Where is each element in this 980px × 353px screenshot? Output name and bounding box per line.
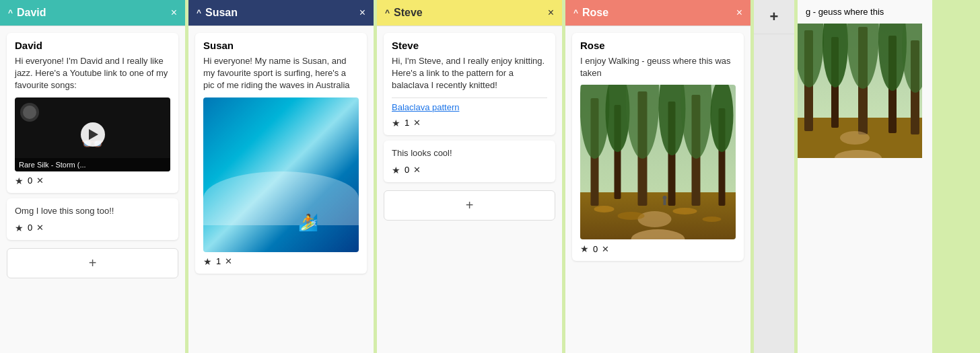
delete-icon-steve-comment[interactable]: ✕ bbox=[413, 165, 421, 175]
column-header-david: ^ David × bbox=[0, 0, 185, 26]
vote-row-david-comment: ★ 0 ✕ bbox=[15, 223, 170, 233]
svg-point-16 bbox=[594, 206, 615, 212]
caret-steve: ^ bbox=[385, 8, 390, 17]
close-button-steve[interactable]: × bbox=[548, 7, 554, 18]
card-body-steve: Hi, I'm Steve, and I really enjoy knitti… bbox=[392, 55, 547, 92]
add-card-button-steve[interactable]: + bbox=[384, 190, 555, 221]
column-title-rose: Rose bbox=[582, 7, 608, 19]
close-button-david[interactable]: × bbox=[171, 7, 177, 18]
column-body-susan: Susan Hi everyone! My name is Susan, and… bbox=[188, 26, 374, 353]
star-icon-steve[interactable]: ★ bbox=[392, 118, 400, 128]
delete-icon-david-comment[interactable]: ✕ bbox=[36, 223, 44, 233]
svg-point-15 bbox=[638, 211, 672, 227]
board: ^ David × David Hi everyone! I'm David a… bbox=[0, 0, 980, 353]
column-david: ^ David × David Hi everyone! I'm David a… bbox=[0, 0, 185, 353]
vote-count-rose: 0 bbox=[593, 244, 598, 254]
column-header-new[interactable]: + bbox=[754, 0, 794, 34]
column-header-left-rose: ^ Rose bbox=[573, 7, 608, 19]
comment-text-steve: This looks cool! bbox=[392, 147, 547, 159]
delete-icon-david-video[interactable]: ✕ bbox=[36, 175, 44, 186]
card-david-comment: Omg I love this song too!! ★ 0 ✕ bbox=[7, 198, 178, 240]
svg-point-18 bbox=[673, 208, 697, 214]
column-susan: ^ Susan × Susan Hi everyone! My name is … bbox=[188, 0, 374, 353]
video-icon-david bbox=[20, 103, 39, 122]
vote-count-steve-comment: 0 bbox=[405, 165, 409, 175]
vote-row-steve-comment: ★ 0 ✕ bbox=[392, 165, 547, 175]
column-title-susan: Susan bbox=[205, 7, 238, 19]
column-header-steve: ^ Steve × bbox=[377, 0, 562, 26]
vote-count-steve: 1 bbox=[405, 118, 409, 128]
surf-wave bbox=[203, 171, 359, 225]
vote-row-susan: ★ 1 ✕ bbox=[203, 256, 359, 267]
play-button-david[interactable] bbox=[81, 122, 105, 147]
column-body-david: David Hi everyone! I'm David and I reall… bbox=[0, 26, 185, 353]
star-icon-david-video[interactable]: ★ bbox=[15, 175, 24, 186]
surf-person: 🏄 bbox=[298, 213, 318, 232]
delete-icon-susan[interactable]: ✕ bbox=[225, 256, 232, 266]
card-body-rose: I enjoy Walking - geuss where this was t… bbox=[580, 55, 736, 79]
partial-forest-image bbox=[798, 24, 922, 158]
column-header-rose: ^ Rose × bbox=[565, 0, 750, 26]
column-header-left-susan: ^ Susan bbox=[197, 7, 238, 19]
caret-david: ^ bbox=[8, 8, 13, 17]
card-title-steve: Steve bbox=[392, 40, 547, 51]
vote-count-david-video: 0 bbox=[28, 175, 32, 186]
svg-rect-21 bbox=[664, 200, 666, 205]
vote-count-david-comment: 0 bbox=[28, 223, 32, 233]
svg-point-20 bbox=[663, 196, 667, 200]
divider-steve bbox=[392, 97, 547, 98]
close-button-rose[interactable]: × bbox=[736, 7, 742, 18]
partial-column-text: g - geuss where this bbox=[798, 0, 932, 24]
delete-icon-steve[interactable]: ✕ bbox=[413, 118, 421, 128]
card-david-intro: David Hi everyone! I'm David and I reall… bbox=[7, 33, 178, 193]
add-card-button-david[interactable]: + bbox=[7, 248, 178, 278]
column-header-left-steve: ^ Steve bbox=[385, 7, 423, 19]
video-thumbnail-david[interactable]: 👓 Rare Silk - Storm (... bbox=[15, 97, 170, 171]
vote-count-susan: 1 bbox=[216, 256, 221, 266]
surf-image-susan: 🏄 bbox=[203, 97, 359, 252]
card-title-susan: Susan bbox=[203, 40, 359, 51]
partial-column: g - geuss where this bbox=[798, 0, 932, 353]
comment-text-david: Omg I love this song too!! bbox=[15, 205, 170, 217]
card-rose-intro: Rose I enjoy Walking - geuss where this … bbox=[572, 33, 744, 261]
card-title-rose: Rose bbox=[580, 40, 736, 51]
star-icon-david-comment[interactable]: ★ bbox=[15, 223, 24, 233]
card-title-david: David bbox=[15, 40, 170, 51]
delete-icon-rose[interactable]: ✕ bbox=[602, 244, 609, 254]
caret-rose: ^ bbox=[573, 8, 578, 17]
card-susan-intro: Susan Hi everyone! My name is Susan, and… bbox=[195, 33, 367, 274]
star-icon-rose[interactable]: ★ bbox=[580, 243, 589, 254]
star-icon-susan[interactable]: ★ bbox=[203, 256, 212, 267]
column-header-left-david: ^ David bbox=[8, 7, 46, 19]
card-body-susan: Hi everyone! My name is Susan, and my fa… bbox=[203, 55, 359, 92]
video-title-david: Rare Silk - Storm (... bbox=[15, 158, 170, 171]
column-rose: ^ Rose × Rose I enjoy Walking - geuss wh… bbox=[565, 0, 750, 353]
column-header-susan: ^ Susan × bbox=[188, 0, 374, 26]
column-body-rose: Rose I enjoy Walking - geuss where this … bbox=[565, 26, 750, 353]
svg-point-19 bbox=[703, 217, 722, 222]
svg-point-17 bbox=[618, 212, 645, 220]
svg-point-35 bbox=[840, 131, 870, 145]
column-title-david: David bbox=[17, 7, 46, 19]
star-icon-steve-comment[interactable]: ★ bbox=[392, 165, 400, 175]
add-column-label[interactable]: + bbox=[770, 8, 779, 26]
video-icon-inner bbox=[23, 106, 36, 119]
column-body-steve: Steve Hi, I'm Steve, and I really enjoy … bbox=[377, 26, 562, 353]
column-title-steve: Steve bbox=[394, 7, 423, 19]
close-button-susan[interactable]: × bbox=[359, 7, 365, 18]
card-body-david: Hi everyone! I'm David and I really like… bbox=[15, 55, 170, 92]
balaclava-link[interactable]: Balaclava pattern bbox=[392, 102, 547, 112]
caret-susan: ^ bbox=[197, 8, 201, 17]
card-steve-intro: Steve Hi, I'm Steve, and I really enjoy … bbox=[384, 33, 555, 135]
vote-row-david-video: ★ 0 ✕ bbox=[15, 175, 170, 186]
forest-image-rose bbox=[580, 85, 736, 239]
column-steve: ^ Steve × Steve Hi, I'm Steve, and I rea… bbox=[377, 0, 562, 353]
card-steve-comment: This looks cool! ★ 0 ✕ bbox=[384, 141, 555, 182]
column-new: + bbox=[754, 0, 794, 353]
vote-row-steve-link: ★ 1 ✕ bbox=[392, 118, 547, 128]
vote-row-rose: ★ 0 ✕ bbox=[580, 243, 736, 254]
